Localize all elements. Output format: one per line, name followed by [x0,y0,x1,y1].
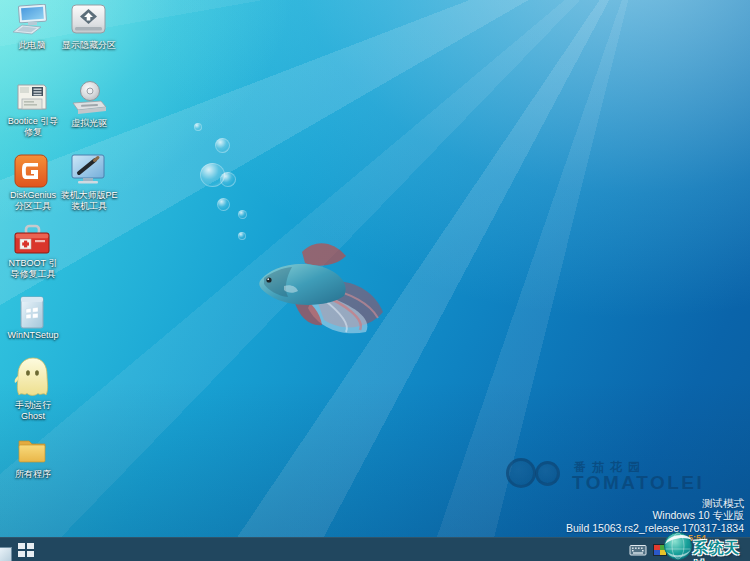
icon-label: 虚拟光驱 [56,118,122,129]
icon-label: 装机大师版PE 装机工具 [54,190,124,212]
icon-label: WinNTSetup [0,330,66,341]
bubble [194,123,202,131]
toolbox-icon [12,224,52,256]
brand-text: 系统天地 [693,539,748,561]
tomato-watermark-en: TOMATOLEI [572,472,704,494]
desktop-icon-zhuangji-pe[interactable]: 装机大师版PE 装机工具 [54,154,124,216]
touch-keyboard-icon[interactable] [629,543,647,557]
pe-install-tool-icon [70,154,106,188]
bubble [220,172,236,187]
ghost-icon [12,356,52,400]
bubble [217,198,230,211]
icon-label: NTBOOT 引 导修复工具 [0,258,66,280]
tomato-watermark: 番茄花园 TOMATOLEI [504,452,714,498]
desktop-icon-all-programs[interactable]: 所有程序 [0,436,66,486]
desktop-icon-show-hidden-partitions[interactable]: 显示隐藏分区 [56,2,122,60]
windows-logo-icon [18,543,34,557]
start-button[interactable] [15,542,37,558]
desktop-icon-ntboot[interactable]: NTBOOT 引 导修复工具 [0,224,66,286]
betta-fish-wallpaper [250,234,388,334]
winntsetup-icon [17,296,47,330]
desktop-icon-winntsetup[interactable]: WinNTSetup [0,296,66,346]
computer-icon [11,4,51,38]
icon-label: 手动运行 Ghost [0,400,66,422]
diskgenius-icon [14,154,48,188]
cd-drive-icon [69,80,109,116]
tomato-logo-icon [506,458,536,488]
taskbar[interactable]: 15:54 系统天地 [0,537,750,561]
bubble [238,210,247,219]
tomato-logo-icon [535,461,560,486]
icon-label: 此电脑 [0,40,64,51]
test-mode-line: 测试模式 [566,497,744,510]
desktop-icon-this-pc[interactable]: 此电脑 [0,4,64,60]
partition-icon [69,2,109,40]
desktop-icon-virtual-cdrom[interactable]: 虚拟光驱 [56,80,122,142]
folder-icon [16,436,48,466]
windows-edition-line: Windows 10 专业版 [566,509,744,522]
icon-label: 所有程序 [0,469,66,480]
bubble [238,232,246,240]
test-mode-watermark: 测试模式 Windows 10 专业版 Build 15063.rs2_rele… [566,497,744,535]
bubble [215,138,230,153]
brand-logo: 系统天地 [662,531,748,561]
globe-icon [662,531,694,561]
desktop: 番茄花园 TOMATOLEI 测试模式 Windows 10 专业版 Build… [0,0,750,561]
desktop-icon-run-ghost[interactable]: 手动运行 Ghost [0,356,66,424]
icon-label: 显示隐藏分区 [56,40,122,51]
floppy-disk-icon [13,82,51,114]
corner-window-fragment[interactable] [0,547,12,561]
